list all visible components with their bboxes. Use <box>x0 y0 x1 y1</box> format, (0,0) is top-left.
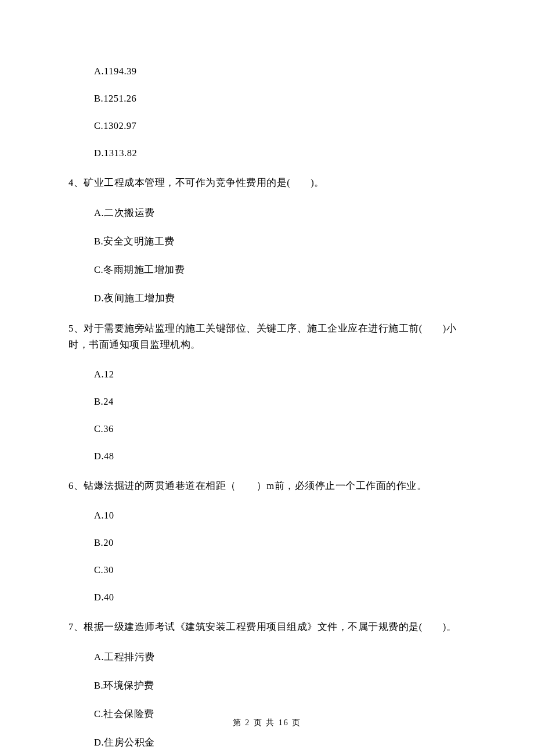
q4-option-a: A.二次搬运费 <box>94 207 466 219</box>
q6-option-a: A.10 <box>94 510 466 521</box>
q6-option-c: C.30 <box>94 564 466 576</box>
q6-option-d: D.40 <box>94 592 466 603</box>
q7-option-b: B.环境保护费 <box>94 679 466 692</box>
q5-option-b: B.24 <box>94 396 466 408</box>
q3-option-d: D.1313.82 <box>94 147 466 159</box>
q3-option-a: A.1194.39 <box>94 66 466 77</box>
q7-option-a: A.工程排污费 <box>94 651 466 664</box>
q5-option-c: C.36 <box>94 423 466 435</box>
q4-option-b: B.安全文明施工费 <box>94 235 466 248</box>
q5-text: 5、对于需要施旁站监理的施工关键部位、关键工序、施工企业应在进行施工前( )小时… <box>68 321 466 353</box>
q7-option-d: D.住房公积金 <box>94 736 466 749</box>
q5-option-d: D.48 <box>94 451 466 462</box>
q6-text: 6、钻爆法掘进的两贯通巷道在相距（ ）m前，必须停止一个工作面的作业。 <box>68 478 466 494</box>
q6-option-b: B.20 <box>94 537 466 549</box>
q7-text: 7、根据一级建造师考试《建筑安装工程费用项目组成》文件，不属于规费的是( )。 <box>68 619 466 635</box>
q4-option-c: C.冬雨期施工增加费 <box>94 264 466 276</box>
q5-option-a: A.12 <box>94 369 466 380</box>
q4-text: 4、矿业工程成本管理，不可作为竞争性费用的是( )。 <box>68 175 466 191</box>
q4-option-d: D.夜间施工增加费 <box>94 292 466 305</box>
q3-option-c: C.1302.97 <box>94 120 466 132</box>
page-footer: 第 2 页 共 16 页 <box>0 718 534 728</box>
q3-option-b: B.1251.26 <box>94 93 466 105</box>
